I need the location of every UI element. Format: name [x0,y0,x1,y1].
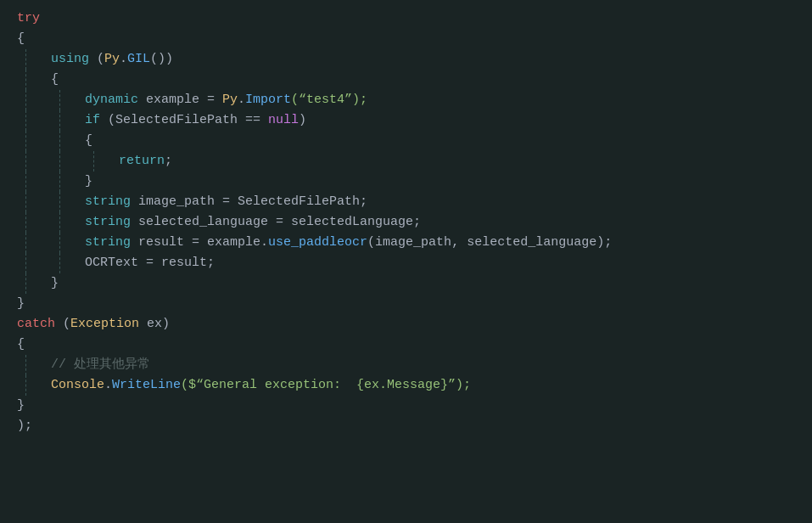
code-token: result [161,253,207,273]
code-token: ($“General exception: {ex.Message}”); [181,375,471,396]
code-token: SelectedFilePath [115,110,238,131]
code-token: selectedLanguage [291,212,413,233]
code-token: string [85,212,131,233]
indent-guide [59,233,60,253]
code-token: ()) [150,49,173,70]
indent-guide [25,70,26,90]
code-token: string [85,192,131,212]
code-token: Console [51,375,104,396]
code-token: Exception [70,314,139,335]
code-token: { [85,131,92,151]
code-token: ) [299,110,306,131]
code-token: . [238,90,245,110]
code-token: ; [360,192,367,212]
indent-guide [25,49,26,70]
code-line: string selected_language = selectedLangu… [0,212,812,233]
code-line: { [0,70,812,90]
code-token: ( [55,314,70,335]
indent-guide [59,151,60,172]
code-line: Console.WriteLine($“General exception: {… [0,375,812,396]
code-line: return; [0,151,812,172]
indent-guide [25,273,26,294]
code-token: catch [17,314,55,335]
indent-guide [59,110,60,131]
code-token: { [17,29,25,49]
indent-guide [25,253,26,273]
code-token: dynamic [85,90,138,110]
code-token: ( [367,233,375,253]
indent-guide [59,253,60,273]
code-token: { [51,70,59,90]
code-token: OCRText [85,253,138,273]
code-token: Import [245,90,291,110]
code-token: using [51,49,89,70]
code-token: selected_language = [131,212,291,233]
indent-guide [25,172,26,192]
code-line: } [0,396,812,416]
code-token: result = [131,233,207,253]
code-token: ); [17,416,32,436]
code-line: catch (Exception ex) [0,314,812,335]
code-token: Py [222,90,238,110]
code-token: } [17,396,25,416]
code-token: GIL [127,49,150,70]
code-token: } [51,273,59,294]
code-token: ; [207,253,215,273]
indent-guide [25,233,26,253]
code-token: == [238,110,268,131]
indent-guide [25,151,26,172]
code-token: selected_language [467,233,596,253]
code-token: example = [138,90,222,110]
code-line: string image_path = SelectedFilePath; [0,192,812,212]
code-line: string result = example.use_paddleocr(im… [0,233,812,253]
code-token: . [260,233,268,253]
code-token: if [85,110,100,131]
code-line: // 处理其他异常 [0,355,812,375]
code-token: } [85,172,92,192]
indent-guide [25,375,26,396]
code-token: image_path [375,233,451,253]
code-token: ex) [139,314,170,335]
code-token: ( [100,110,115,131]
code-token: . [120,49,127,70]
code-token: (“test4”); [291,90,367,110]
code-token: example [207,233,260,253]
indent-guide [25,212,26,233]
code-line: } [0,172,812,192]
code-token: ; [165,151,172,172]
code-token: ); [596,233,612,253]
code-token: try [17,8,40,29]
indent-guide [59,131,60,151]
code-line: ); [0,416,812,436]
indent-guide [25,192,26,212]
code-token: // 处理其他异常 [51,355,150,375]
code-line: dynamic example = Py.Import(“test4”); [0,90,812,110]
code-token: } [17,294,25,314]
code-token: null [268,110,299,131]
code-token: return [119,151,165,172]
code-token: WriteLine [112,375,181,396]
code-line: { [0,335,812,355]
code-token: SelectedFilePath [238,192,360,212]
code-line: } [0,294,812,314]
code-line: { [0,131,812,151]
code-line: using (Py.GIL()) [0,49,812,70]
code-token: ; [413,212,421,233]
code-token: . [104,375,112,396]
code-token: string [85,233,131,253]
code-line: if (SelectedFilePath == null) [0,110,812,131]
code-token: use_paddleocr [268,233,367,253]
indent-guide [25,355,26,375]
indent-guide [93,151,94,172]
code-line: try [0,8,812,29]
indent-guide [59,90,60,110]
code-token: ( [89,49,104,70]
code-lines: try{using (Py.GIL()){dynamic example = P… [0,8,812,436]
indent-guide [59,212,60,233]
indent-guide [59,172,60,192]
indent-guide [25,90,26,110]
indent-guide [25,131,26,151]
code-line: { [0,29,812,49]
code-token: { [17,335,25,355]
code-token: , [451,233,467,253]
